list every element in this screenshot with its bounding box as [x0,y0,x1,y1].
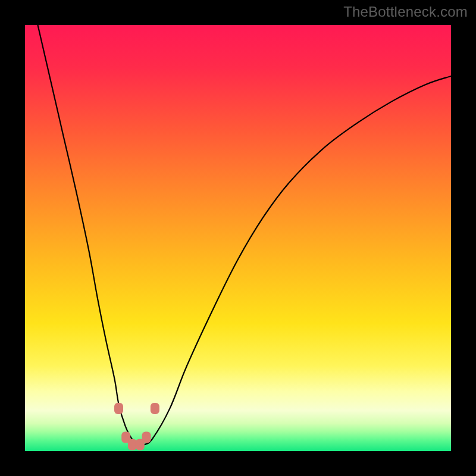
chart-overlay [25,25,451,451]
plot-area [25,25,451,451]
curve-marker [114,403,123,414]
curve-markers [114,403,159,450]
curve-marker [151,403,159,414]
curve-marker [142,432,151,443]
bottleneck-curve [37,25,451,446]
chart-frame: TheBottleneck.com [0,0,476,476]
curve-marker [128,439,137,450]
attribution-label: TheBottleneck.com [343,4,468,20]
